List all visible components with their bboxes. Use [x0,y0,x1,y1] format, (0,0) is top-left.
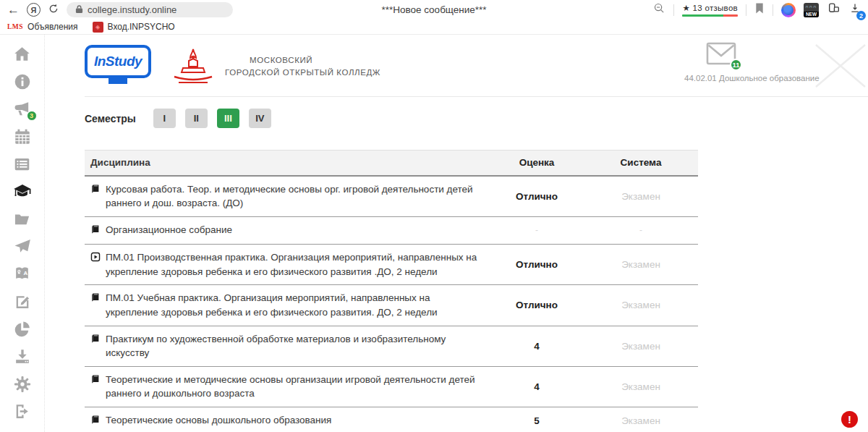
collections-extension-icon[interactable] [827,1,841,18]
lock-icon [75,4,83,17]
discipline-name: Теоретические и методические основы орга… [106,373,484,401]
system-cell: Экзамен [584,245,698,284]
college-name: МОСКОВСКИЙ ГОРОДСКОЙ ОТКРЫТЫЙ КОЛЛЕДЖ [225,54,380,78]
grade-cell: 4 [490,326,584,366]
semester-button-II[interactable]: II [185,109,208,128]
sidebar-item-downloads[interactable] [11,346,34,367]
college-logo: МОСКОВСКИЙ ГОРОДСКОЙ ОТКРЫТЫЙ КОЛЛЕДЖ [167,46,380,87]
mail-badge: 11 [730,59,742,71]
semester-button-III[interactable]: III [217,109,239,128]
zoom-icon[interactable] [653,2,665,17]
back-button[interactable]: ← [7,4,20,16]
sidebar-item-logout[interactable] [11,401,34,422]
sidebar-item-translate[interactable]: A [11,263,34,284]
grade-cell: Отлично [490,245,584,284]
book-icon [90,334,101,348]
semesters-section: Семестры IIIIIIIV [85,109,868,128]
bookmark-icon[interactable] [754,2,765,17]
address-bar[interactable]: college.instudy.online [67,2,233,17]
book-icon [90,184,101,198]
reviews-button[interactable]: ★ 13 отзывов [682,3,738,17]
table-row[interactable]: Теоретические и методические основы орга… [85,367,698,407]
instudy-logo: InStudy [85,45,151,78]
divider [773,4,773,16]
divider [673,4,674,16]
book-icon [90,224,101,239]
grade-cell: 5 [490,407,584,432]
divider [746,4,746,16]
bookmarks-bar: LMS Объявления ◈ Вход.INPSYCHO [0,20,868,35]
sidebar-item-files[interactable] [11,208,34,229]
reviews-rating-bar [682,14,738,17]
sidebar-item-home[interactable] [11,43,34,64]
column-grade: Оценка [490,151,584,175]
table-header: Дисциплина Оценка Система [85,150,698,177]
sidebar-item-settings[interactable] [11,373,34,394]
semesters-label: Семестры [85,113,136,124]
alert-icon[interactable]: ! [841,411,858,428]
system-cell: Экзамен [584,326,698,366]
discipline-name: ПМ.01 Учебная практика. Организация меро… [106,291,484,319]
discipline-name: Организационное собрание [106,223,232,237]
announcements-badge: 3 [27,111,37,121]
table-row[interactable]: Курсовая работа. Теор. и методические ос… [85,177,698,217]
sidebar-item-statistics[interactable] [11,318,34,339]
bookmark-inpsycho[interactable]: ◈ Вход.INPSYCHO [93,22,175,33]
play-icon [90,252,101,266]
discipline-name: ПМ.01 Производственная практика. Организ… [106,250,484,279]
downloads-badge: 2 [856,11,866,20]
refresh-button[interactable] [48,3,59,17]
sidebar-item-messages[interactable] [11,236,34,257]
sidebar-item-journal[interactable] [11,153,34,174]
book-icon [90,374,101,389]
main-content: InStudy МОСКОВСКИЙ ГОРОДСКОЙ ОТКРЫТЫЙ КО… [45,35,868,432]
inpsycho-favicon: ◈ [93,22,103,33]
semester-button-I[interactable]: I [153,109,176,128]
kremlin-tower-icon [167,46,219,87]
sidebar-item-edit[interactable] [11,291,34,312]
sidebar: 3 A [0,35,45,432]
column-discipline: Дисциплина [85,151,490,175]
url-text: college.instudy.online [88,4,176,15]
system-cell: Экзамен [584,177,698,216]
system-cell: Экзамен [584,407,698,432]
table-row[interactable]: Практикум по художественной обработке ма… [85,326,698,367]
sidebar-item-info[interactable] [11,71,34,92]
system-cell: Экзамен [584,285,698,325]
close-icon[interactable] [813,42,868,93]
grades-table: Дисциплина Оценка Система [85,150,698,432]
new-extension-icon[interactable]: ∩∩∩ NEW [804,3,819,17]
system-cell: - [584,217,698,245]
semester-button-IV[interactable]: IV [249,109,271,128]
browser-window: ← Я college.instudy.online ***Новое сооб… [0,0,868,432]
discipline-name: Курсовая работа. Теор. и методические ос… [106,182,484,211]
mail-button[interactable]: 11 [706,42,736,68]
grade-cell: - [490,217,584,245]
svg-text:A: A [24,270,28,276]
yandex-browser-icon[interactable]: Я [27,3,41,17]
browser-toolbar: ← Я college.instudy.online ***Новое сооб… [0,0,868,20]
system-cell: Экзамен [584,367,698,407]
table-body: Курсовая работа. Теор. и методические ос… [85,177,698,432]
semester-buttons: IIIIIIIV [153,109,271,128]
table-row[interactable]: ПМ.01 Учебная практика. Организация меро… [85,285,698,326]
table-row[interactable]: Организационное собрание - - [85,217,698,245]
page-header: InStudy МОСКОВСКИЙ ГОРОДСКОЙ ОТКРЫТЫЙ КО… [85,42,868,97]
grade-cell: Отлично [490,177,584,216]
sidebar-item-announcements[interactable]: 3 [11,98,34,119]
discipline-name: Практикум по художественной обработке ма… [106,332,484,360]
sidebar-item-calendar[interactable] [11,126,34,147]
downloads-button[interactable]: 2 [849,2,861,17]
bookmark-announcements[interactable]: LMS Объявления [7,22,78,32]
discipline-name: Теоретические основы дошкольного образов… [106,413,331,428]
book-icon [90,292,101,307]
table-row[interactable]: Теоретические основы дошкольного образов… [85,407,698,432]
grade-cell: Отлично [490,285,584,325]
lms-favicon: LMS [7,23,23,30]
browser-extension-icon[interactable] [781,3,796,17]
table-row[interactable]: ПМ.01 Производственная практика. Организ… [85,245,698,285]
book-icon [90,415,101,429]
grade-cell: 4 [490,367,584,407]
sidebar-item-education[interactable] [11,181,34,202]
column-system: Система [584,151,698,175]
